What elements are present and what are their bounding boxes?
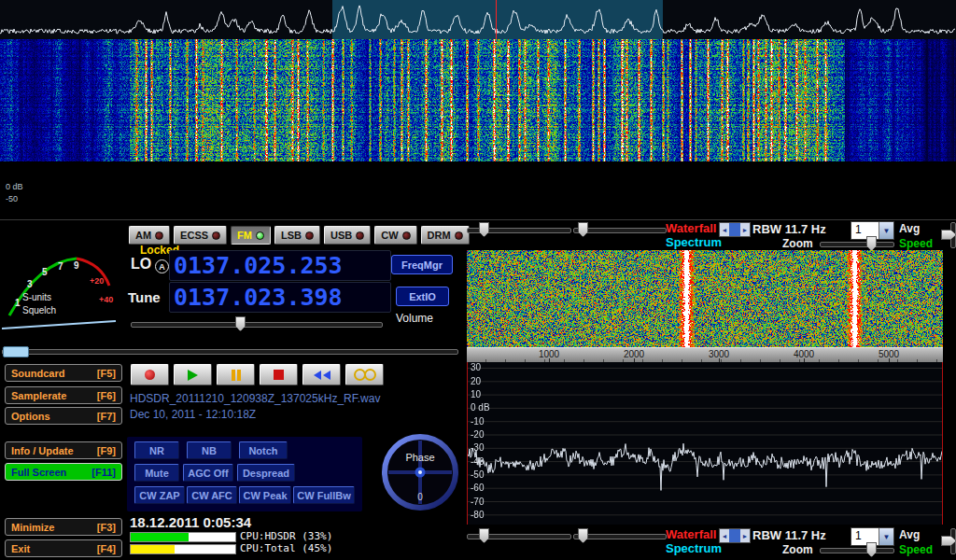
rf-waterfall-canvas[interactable] — [467, 250, 943, 347]
db-scale-label: -30 — [471, 442, 484, 453]
agc-button[interactable]: AGC Off — [183, 464, 233, 482]
fullscreen-button[interactable]: Full Screen [F11] — [5, 463, 122, 481]
volume-slider-thumb[interactable] — [235, 316, 246, 331]
exit-button[interactable]: Exit [F4] — [5, 539, 122, 557]
cpu-total-label: CPU:Total (45%) — [240, 542, 332, 554]
record-button[interactable] — [131, 364, 169, 385]
cw-fullbw-button[interactable]: CW FullBw — [293, 486, 355, 504]
cw-zap-button[interactable]: CW ZAP — [134, 486, 185, 504]
scroll-left-icon[interactable] — [720, 529, 729, 542]
tune-frequency-display[interactable]: 0137.023.398 — [169, 282, 391, 313]
s-meter-over-label: +20 — [90, 276, 104, 286]
volume-slider-track[interactable] — [131, 322, 383, 328]
speed-label-top: Speed — [899, 237, 933, 250]
rf-waterfall-label-bottom[interactable]: Waterfall — [666, 527, 716, 541]
mode-led-icon — [305, 231, 314, 240]
lo-lock-badge[interactable]: A — [155, 259, 169, 273]
phase-indicator: Phase 0 — [379, 424, 461, 515]
button-hotkey: [F7] — [97, 411, 116, 422]
rf-waterfall-brightness-thumb-bottom[interactable] — [479, 528, 489, 543]
scroll-thumb[interactable] — [729, 529, 740, 542]
zoom-slider-track-bottom[interactable] — [820, 548, 894, 553]
zoom-slider-thumb-top[interactable] — [866, 236, 877, 251]
mode-button-drm[interactable]: DRM — [421, 226, 470, 245]
mode-label: CW — [381, 230, 398, 241]
extio-button[interactable]: ExtIO — [396, 287, 449, 306]
options-button[interactable]: Options [F7] — [5, 407, 122, 425]
rf-spectrum-label-top[interactable]: Spectrum — [666, 235, 722, 249]
button-hotkey: [F9] — [97, 445, 116, 456]
cw-peak-button[interactable]: CW Peak — [239, 486, 291, 504]
cw-afc-button[interactable]: CW AFC — [187, 486, 237, 504]
rf-waterfall-contrast-thumb-top[interactable] — [578, 222, 588, 237]
rewind-icon — [314, 371, 321, 380]
rf-waterfall-brightness-thumb-top[interactable] — [479, 222, 489, 237]
button-label: Samplerate — [11, 390, 66, 401]
mode-button-cw[interactable]: CW — [374, 226, 416, 245]
rf-spectrum-canvas[interactable] — [467, 362, 943, 525]
rf-pan-scrollbar-top[interactable] — [719, 222, 751, 237]
volume-label: Volume — [396, 312, 433, 325]
divider — [0, 219, 956, 220]
s-meter-tick-label: 9 — [74, 260, 79, 271]
recording-filename: HDSDR_20111210_120938Z_137025kHz_RF.wav — [130, 392, 380, 405]
pause-button[interactable] — [217, 364, 255, 385]
db-scale-label: 30 — [471, 362, 481, 372]
zoom-label-bottom: Zoom — [782, 543, 813, 556]
db-scale-label: 20 — [471, 376, 481, 386]
lo-frequency-display[interactable]: 0137.025.253 — [169, 250, 391, 281]
mode-button-lsb[interactable]: LSB — [274, 226, 320, 245]
scroll-thumb[interactable] — [729, 223, 740, 236]
samplerate-button[interactable]: Samplerate [F6] — [5, 386, 122, 404]
s-meter: 1 3 5 7 9 +20 +40 S-units Squelch — [2, 224, 123, 343]
scroll-right-icon[interactable] — [740, 529, 750, 542]
rbw-value-top: RBW 11.7 Hz — [752, 222, 826, 236]
overview-spectrum-canvas[interactable] — [0, 0, 956, 39]
s-meter-units-label: S-units — [22, 292, 51, 302]
rewind-icon — [323, 371, 330, 380]
db-scale-label: -40 — [471, 456, 484, 467]
s-meter-over-label: +40 — [99, 295, 113, 304]
button-label: Minimize — [11, 522, 54, 533]
mute-button[interactable]: Mute — [134, 464, 179, 482]
freqmgr-button[interactable]: FreqMgr — [391, 255, 453, 274]
rewind-button[interactable] — [302, 364, 341, 385]
soundcard-button[interactable]: Soundcard [F5] — [5, 364, 122, 382]
db-scale-label: -50 — [471, 469, 484, 480]
mode-label: AM — [135, 230, 151, 241]
zoom-slider-track-top[interactable] — [820, 242, 894, 247]
squelch-slider-thumb[interactable] — [3, 346, 29, 357]
mode-button-usb[interactable]: USB — [324, 226, 371, 245]
notch-button[interactable]: Notch — [239, 441, 288, 459]
loop-icon — [364, 369, 376, 381]
mode-led-icon — [256, 231, 264, 240]
rf-pan-scrollbar-bottom[interactable] — [719, 528, 751, 543]
nr-button[interactable]: NR — [134, 441, 179, 459]
s-meter-tick-label: 3 — [27, 279, 33, 289]
datetime-display: 18.12.2011 0:05:34 — [130, 514, 251, 530]
info-update-button[interactable]: Info / Update [F9] — [5, 441, 122, 459]
button-label: Info / Update — [11, 445, 74, 456]
chevron-down-icon[interactable] — [879, 528, 893, 545]
minimize-button[interactable]: Minimize [F3] — [5, 518, 122, 536]
play-button[interactable] — [174, 364, 212, 385]
zoom-slider-thumb-bottom[interactable] — [866, 542, 877, 557]
rf-waterfall-label-top[interactable]: Waterfall — [666, 221, 716, 235]
chevron-down-icon[interactable] — [879, 222, 893, 239]
mode-button-ecss[interactable]: ECSS — [174, 226, 227, 245]
loop-button[interactable] — [345, 364, 384, 385]
despread-button[interactable]: Despread — [237, 464, 295, 482]
nb-button[interactable]: NB — [187, 441, 232, 459]
record-icon — [145, 370, 155, 380]
scroll-left-icon[interactable] — [720, 223, 729, 236]
squelch-slider-track[interactable] — [2, 349, 458, 355]
button-hotkey: [F6] — [97, 390, 116, 401]
scroll-right-icon[interactable] — [740, 223, 750, 236]
rf-spectrum-label-bottom[interactable]: Spectrum — [666, 541, 722, 555]
mode-button-fm[interactable]: FM — [231, 226, 271, 245]
mode-button-am[interactable]: AM — [129, 226, 170, 245]
rf-waterfall-contrast-thumb-bottom[interactable] — [578, 528, 588, 543]
stop-button[interactable] — [260, 364, 298, 385]
mode-led-icon — [402, 231, 411, 240]
db-scale-label: -20 — [471, 429, 484, 440]
